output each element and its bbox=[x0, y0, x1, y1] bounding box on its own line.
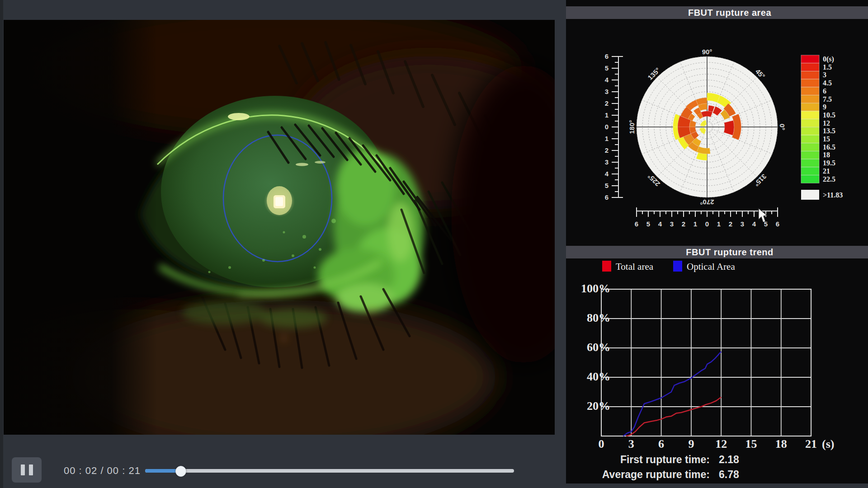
svg-text:2: 2 bbox=[605, 99, 609, 107]
svg-text:4.5: 4.5 bbox=[823, 79, 832, 87]
svg-text:6: 6 bbox=[823, 87, 826, 95]
svg-text:4: 4 bbox=[658, 220, 662, 228]
svg-text:2: 2 bbox=[682, 220, 685, 228]
seek-slider-track[interactable] bbox=[145, 469, 514, 473]
svg-text:100%: 100% bbox=[581, 282, 610, 295]
svg-text:2: 2 bbox=[729, 220, 732, 228]
svg-text:18: 18 bbox=[823, 151, 830, 159]
svg-text:1: 1 bbox=[605, 111, 609, 119]
svg-text:1: 1 bbox=[693, 220, 697, 228]
average-rupture-time-value: 6.78 bbox=[719, 469, 739, 481]
svg-text:7.5: 7.5 bbox=[823, 95, 832, 103]
svg-text:5: 5 bbox=[646, 220, 650, 228]
svg-text:40%: 40% bbox=[587, 370, 610, 383]
svg-text:4: 4 bbox=[752, 220, 756, 228]
mouse-cursor-icon bbox=[758, 208, 771, 224]
svg-text:6: 6 bbox=[605, 193, 609, 201]
svg-text:0: 0 bbox=[705, 220, 709, 228]
svg-text:270°: 270° bbox=[700, 198, 714, 206]
svg-text:3: 3 bbox=[605, 88, 609, 95]
eye-video-image bbox=[4, 20, 555, 435]
pause-icon bbox=[21, 465, 25, 475]
video-time-display: 00 : 02 / 00 : 21 bbox=[64, 465, 141, 477]
svg-text:6: 6 bbox=[658, 437, 664, 450]
svg-text:0(s): 0(s) bbox=[823, 55, 834, 63]
svg-text:0: 0 bbox=[599, 437, 604, 450]
svg-text:3: 3 bbox=[670, 220, 674, 228]
app-window: 00 : 02 / 00 : 21 FBUT rupture area 90°4… bbox=[0, 0, 868, 488]
svg-text:10.5: 10.5 bbox=[823, 111, 835, 119]
svg-text:20%: 20% bbox=[587, 399, 610, 413]
svg-text:3: 3 bbox=[605, 158, 609, 166]
svg-text:3: 3 bbox=[628, 437, 634, 450]
svg-text:90°: 90° bbox=[702, 48, 712, 56]
svg-text:9: 9 bbox=[688, 437, 694, 450]
seek-slider-handle[interactable] bbox=[175, 466, 186, 477]
svg-text:80%: 80% bbox=[587, 311, 610, 324]
svg-text:1.5: 1.5 bbox=[823, 63, 832, 71]
rupture-area-polar-chart: 90°45°0°315°270°225°180°135°654321012345… bbox=[566, 24, 868, 237]
svg-text:18: 18 bbox=[775, 437, 787, 450]
svg-text:4: 4 bbox=[605, 170, 609, 178]
average-rupture-time-label: Average rupture time: bbox=[566, 469, 710, 481]
svg-text:6: 6 bbox=[776, 220, 779, 228]
svg-text:13.5: 13.5 bbox=[823, 127, 835, 135]
svg-text:3: 3 bbox=[741, 220, 744, 228]
pause-icon bbox=[29, 465, 33, 475]
svg-text:22.5: 22.5 bbox=[823, 175, 835, 183]
rupture-area-title: FBUT rupture area bbox=[566, 6, 868, 19]
window-edge bbox=[0, 0, 3, 488]
svg-text:4: 4 bbox=[605, 76, 609, 84]
rupture-trend-line-chart: 20%40%60%80%100%036912151821(s) bbox=[566, 271, 868, 452]
svg-text:180°: 180° bbox=[628, 120, 636, 134]
svg-text:21: 21 bbox=[823, 167, 830, 175]
svg-text:5: 5 bbox=[605, 64, 609, 72]
svg-text:6: 6 bbox=[605, 52, 609, 60]
pause-button[interactable] bbox=[12, 457, 42, 483]
svg-text:2: 2 bbox=[605, 146, 609, 154]
svg-text:>11.83: >11.83 bbox=[823, 191, 843, 199]
svg-text:1: 1 bbox=[605, 135, 609, 142]
svg-text:(s): (s) bbox=[822, 437, 834, 450]
svg-text:16.5: 16.5 bbox=[823, 143, 835, 151]
svg-text:9: 9 bbox=[823, 103, 826, 111]
legend-swatch-optical-area bbox=[673, 261, 682, 272]
svg-text:19.5: 19.5 bbox=[823, 159, 835, 167]
svg-text:5: 5 bbox=[605, 182, 609, 189]
svg-text:21: 21 bbox=[805, 437, 817, 450]
svg-text:12: 12 bbox=[715, 437, 727, 450]
rupture-trend-title: FBUT rupture trend bbox=[566, 246, 868, 258]
svg-text:0: 0 bbox=[605, 123, 609, 131]
svg-text:12: 12 bbox=[823, 119, 830, 127]
first-rupture-time-value: 2.18 bbox=[719, 454, 739, 466]
svg-text:0°: 0° bbox=[778, 124, 786, 130]
svg-text:60%: 60% bbox=[587, 341, 610, 354]
svg-text:6: 6 bbox=[635, 220, 638, 228]
first-rupture-time-label: First rupture time: bbox=[566, 454, 710, 466]
svg-text:3: 3 bbox=[823, 71, 826, 79]
svg-text:1: 1 bbox=[717, 220, 721, 228]
svg-text:15: 15 bbox=[745, 437, 757, 450]
legend-swatch-total-area bbox=[602, 261, 611, 272]
svg-text:15: 15 bbox=[823, 135, 830, 143]
eye-video-frame[interactable] bbox=[4, 20, 555, 435]
